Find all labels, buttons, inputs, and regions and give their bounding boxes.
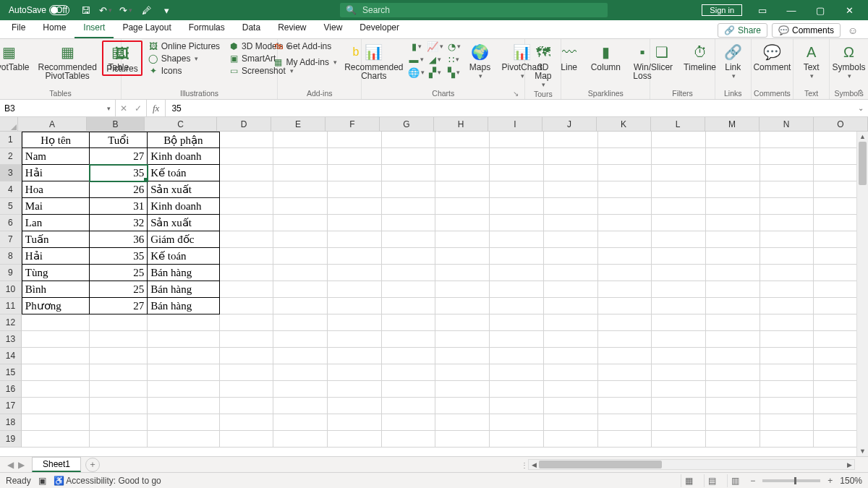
cell[interactable] xyxy=(220,215,274,231)
search-box[interactable]: 🔍 Search xyxy=(340,3,608,17)
row-header[interactable]: 8 xyxy=(0,248,22,265)
cell[interactable]: 27 xyxy=(90,148,148,165)
cell[interactable] xyxy=(22,431,90,448)
cell[interactable]: Phương xyxy=(22,298,90,314)
cell[interactable] xyxy=(706,215,760,231)
cell[interactable] xyxy=(706,431,760,448)
cell[interactable] xyxy=(652,165,706,181)
cell[interactable] xyxy=(220,414,274,431)
cell[interactable]: Sản xuất xyxy=(148,215,220,231)
cell[interactable] xyxy=(220,181,274,198)
cell[interactable] xyxy=(328,381,382,398)
cell[interactable] xyxy=(382,348,436,364)
cell[interactable]: Tùng xyxy=(22,265,90,281)
page-layout-view-icon[interactable]: ▤ xyxy=(704,474,720,487)
cell[interactable] xyxy=(273,298,328,314)
cell[interactable] xyxy=(544,148,598,165)
tab-insert[interactable]: Insert xyxy=(75,20,114,38)
cell[interactable] xyxy=(382,265,436,281)
cell[interactable] xyxy=(148,348,220,364)
enter-formula-icon[interactable]: ✓ xyxy=(135,103,142,114)
cell[interactable] xyxy=(90,381,148,398)
cell[interactable] xyxy=(652,364,706,381)
cell[interactable] xyxy=(598,431,652,448)
row-header[interactable]: 3 xyxy=(0,165,22,181)
map-chart-icon[interactable]: 🌐▾ xyxy=(409,67,424,78)
column-header[interactable]: H xyxy=(434,117,488,132)
cell[interactable]: Sản xuất xyxy=(148,181,220,198)
cell[interactable] xyxy=(490,215,544,231)
hscroll-thumb[interactable] xyxy=(539,461,662,468)
sheet-nav-next-icon[interactable]: ▶ xyxy=(18,460,25,470)
cell[interactable] xyxy=(273,364,328,381)
cell[interactable] xyxy=(598,181,652,198)
cell[interactable]: Mai xyxy=(22,198,90,215)
maximize-icon[interactable]: ▢ xyxy=(806,0,835,20)
cell[interactable] xyxy=(220,148,274,165)
cell[interactable] xyxy=(435,298,490,314)
column-header[interactable]: N xyxy=(760,117,814,132)
cell[interactable] xyxy=(435,431,490,448)
cell[interactable] xyxy=(544,348,598,364)
zoom-out-button[interactable]: − xyxy=(750,476,755,486)
cell[interactable] xyxy=(490,298,544,314)
cell[interactable] xyxy=(706,381,760,398)
cell[interactable] xyxy=(706,398,760,414)
cell[interactable] xyxy=(435,132,490,148)
row-header[interactable]: 17 xyxy=(0,398,22,414)
cell[interactable] xyxy=(220,348,274,364)
cell[interactable] xyxy=(598,231,652,248)
cell[interactable] xyxy=(382,231,436,248)
autosave-toggle[interactable]: AutoSave Off xyxy=(4,5,74,15)
cell[interactable] xyxy=(328,281,382,298)
cell[interactable] xyxy=(598,132,652,148)
scatter-chart-icon[interactable]: ∷▾ xyxy=(447,53,461,65)
tab-developer[interactable]: Developer xyxy=(351,20,408,38)
cell[interactable] xyxy=(706,148,760,165)
redo-icon[interactable]: ↷▾ xyxy=(117,1,135,19)
cell[interactable] xyxy=(652,398,706,414)
cell[interactable] xyxy=(220,331,274,348)
cell[interactable] xyxy=(328,181,382,198)
select-all-corner[interactable] xyxy=(0,117,18,132)
cell[interactable] xyxy=(382,331,436,348)
cell[interactable] xyxy=(328,331,382,348)
cell[interactable] xyxy=(22,414,90,431)
cancel-formula-icon[interactable]: ✕ xyxy=(120,103,127,114)
pie-chart-icon[interactable]: ◔▾ xyxy=(447,40,461,52)
cell[interactable] xyxy=(760,248,814,265)
cell[interactable]: 35 xyxy=(90,165,148,181)
cell[interactable] xyxy=(148,398,220,414)
vertical-scrollbar[interactable]: ▲ ▼ xyxy=(856,132,868,456)
cell[interactable] xyxy=(760,265,814,281)
tab-review[interactable]: Review xyxy=(269,20,315,38)
sheet-tab[interactable]: Sheet1 xyxy=(32,457,81,472)
column-header[interactable]: M xyxy=(705,117,760,132)
comments-button[interactable]: 💬 Comments xyxy=(772,23,841,38)
cell[interactable] xyxy=(90,331,148,348)
column-header[interactable]: L xyxy=(651,117,705,132)
cell[interactable] xyxy=(760,148,814,165)
cell[interactable] xyxy=(598,331,652,348)
cell[interactable] xyxy=(706,281,760,298)
cell[interactable] xyxy=(435,281,490,298)
cell[interactable] xyxy=(382,398,436,414)
stock-chart-icon[interactable]: ▞▾ xyxy=(428,67,443,78)
cell[interactable] xyxy=(273,215,328,231)
cell[interactable] xyxy=(652,198,706,215)
cell[interactable] xyxy=(652,414,706,431)
fx-icon[interactable]: fx xyxy=(147,100,166,116)
row-header[interactable]: 11 xyxy=(0,298,22,314)
cell[interactable] xyxy=(598,248,652,265)
cell[interactable] xyxy=(490,231,544,248)
cell[interactable] xyxy=(220,165,274,181)
cell[interactable] xyxy=(435,381,490,398)
cell[interactable] xyxy=(598,265,652,281)
row-header[interactable]: 12 xyxy=(0,314,22,331)
comment-button[interactable]: 💬Comment xyxy=(750,40,793,73)
cell[interactable] xyxy=(490,248,544,265)
cell[interactable] xyxy=(220,314,274,331)
tab-split-handle[interactable]: ⋮ xyxy=(521,460,525,470)
cell[interactable] xyxy=(598,148,652,165)
scroll-left-icon[interactable]: ◀ xyxy=(529,460,539,469)
